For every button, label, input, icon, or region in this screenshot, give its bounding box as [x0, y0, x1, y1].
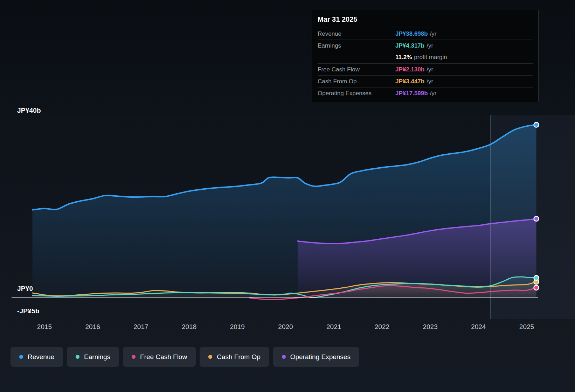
- legend-label: Cash From Op: [217, 353, 261, 361]
- tooltip-row-label: Operating Expenses: [318, 90, 395, 97]
- tooltip-row-label: Cash From Op: [318, 78, 395, 85]
- legend-dot-icon: [282, 355, 286, 359]
- tooltip-rows: RevenueJP¥38.698b/yrEarningsJP¥4.317b/yr…: [312, 28, 538, 99]
- x-tick-2015: 2015: [37, 323, 52, 331]
- tooltip-row-suffix: profit margin: [414, 54, 447, 61]
- legend-dot-icon: [19, 355, 23, 359]
- legend-item-earnings[interactable]: Earnings: [67, 347, 119, 367]
- tooltip-row-value: JP¥38.698b: [395, 30, 428, 37]
- data-tooltip: Mar 31 2025 RevenueJP¥38.698b/yrEarnings…: [312, 10, 539, 102]
- tooltip-row-operating-expenses: Operating ExpensesJP¥17.599b/yr: [318, 87, 533, 99]
- tooltip-row-suffix: /yr: [430, 90, 437, 97]
- tooltip-row-suffix: /yr: [427, 66, 433, 73]
- legend-label: Earnings: [84, 353, 110, 361]
- x-tick-2024: 2024: [471, 323, 486, 331]
- tooltip-row-label: Earnings: [318, 42, 395, 49]
- tooltip-row-suffix: /yr: [430, 30, 437, 37]
- y-axis-label-40b: JP¥40b: [17, 107, 41, 114]
- x-tick-2023: 2023: [423, 323, 437, 331]
- tooltip-row-profit-margin: 11.2%profit margin: [318, 51, 533, 63]
- x-tick-2020: 2020: [278, 323, 293, 331]
- x-axis: 2015201620172018201920202021202220232024…: [0, 323, 575, 333]
- tooltip-row-value: JP¥2.130b: [395, 66, 424, 73]
- legend-label: Operating Expenses: [290, 353, 351, 361]
- legend: RevenueEarningsFree Cash FlowCash From O…: [11, 347, 359, 367]
- legend-dot-icon: [132, 355, 136, 359]
- tooltip-row-suffix: /yr: [427, 78, 433, 85]
- tooltip-date: Mar 31 2025: [312, 10, 538, 28]
- legend-item-cash-from-op[interactable]: Cash From Op: [200, 347, 269, 367]
- tooltip-row-value: JP¥4.317b: [395, 42, 424, 49]
- legend-label: Free Cash Flow: [140, 353, 187, 361]
- legend-label: Revenue: [28, 353, 54, 361]
- legend-item-free-cash-flow[interactable]: Free Cash Flow: [123, 347, 196, 367]
- legend-item-revenue[interactable]: Revenue: [11, 347, 63, 367]
- tooltip-row-value: 11.2%: [395, 54, 412, 61]
- tooltip-row-earnings: EarningsJP¥4.317b/yr: [318, 40, 533, 51]
- tooltip-row-value: JP¥3.447b: [395, 78, 424, 85]
- tooltip-row-free-cash-flow: Free Cash FlowJP¥2.130b/yr: [318, 63, 533, 75]
- tooltip-row-value: JP¥17.599b: [395, 90, 428, 97]
- y-axis-label-zero: JP¥0: [17, 285, 33, 293]
- tooltip-row-cash-from-op: Cash From OpJP¥3.447b/yr: [318, 75, 533, 87]
- x-tick-2016: 2016: [85, 323, 100, 331]
- tooltip-row-label: Free Cash Flow: [318, 66, 395, 73]
- x-tick-2025: 2025: [519, 323, 534, 331]
- x-tick-2021: 2021: [326, 323, 341, 331]
- x-tick-2017: 2017: [133, 323, 148, 331]
- legend-item-operating-expenses[interactable]: Operating Expenses: [273, 347, 359, 367]
- x-tick-2018: 2018: [182, 323, 196, 331]
- tooltip-row-suffix: /yr: [427, 42, 433, 49]
- tooltip-row-revenue: RevenueJP¥38.698b/yr: [318, 28, 533, 40]
- tooltip-row-label: Revenue: [318, 30, 395, 37]
- legend-dot-icon: [208, 355, 212, 359]
- legend-dot-icon: [76, 355, 79, 359]
- y-axis-label-neg5: -JP¥5b: [17, 307, 40, 315]
- x-tick-2022: 2022: [375, 323, 389, 331]
- x-tick-2019: 2019: [230, 323, 245, 331]
